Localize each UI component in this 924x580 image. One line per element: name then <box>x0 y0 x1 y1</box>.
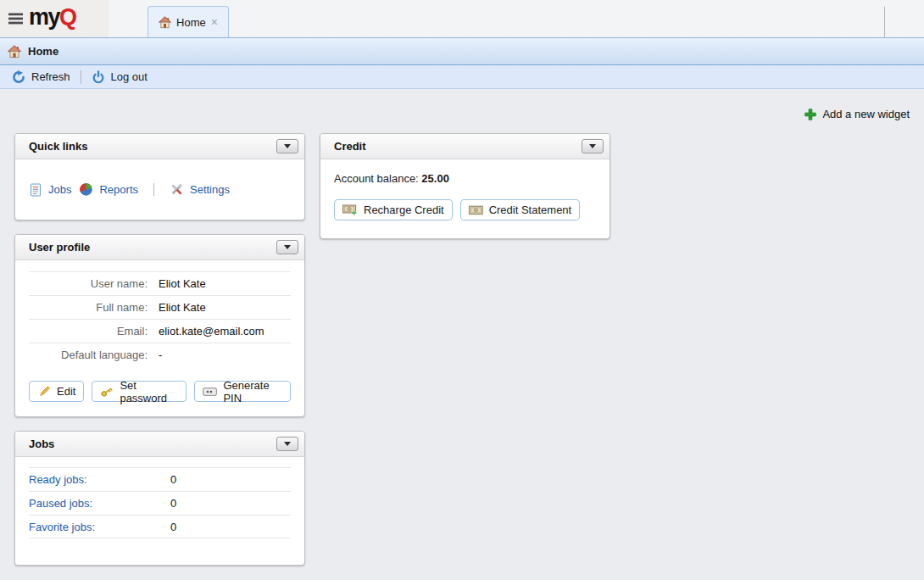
pin-pad-icon <box>203 387 217 397</box>
page-header-bar: Home <box>0 37 924 65</box>
row-value: eliot.kate@email.com <box>159 325 264 337</box>
set-password-button[interactable]: Set password <box>92 381 186 402</box>
jobs-row-paused: Paused jobs: 0 <box>29 491 291 515</box>
home-icon <box>8 45 21 59</box>
myq-logo: myQ <box>29 6 76 31</box>
edit-button-label: Edit <box>57 385 75 398</box>
widget-title: Quick links <box>29 140 87 153</box>
edit-button[interactable]: Edit <box>29 381 84 402</box>
banknote-icon <box>469 205 483 215</box>
add-widget-button[interactable]: Add a new widget <box>804 108 910 120</box>
quick-link-label: Settings <box>190 183 230 196</box>
collapse-button[interactable] <box>276 240 298 254</box>
page-title: Home <box>28 45 58 58</box>
quick-link-jobs[interactable]: Jobs <box>29 183 71 197</box>
widget-title: Credit <box>334 140 366 153</box>
widget-user-profile-header: User profile <box>15 235 304 260</box>
chevron-down-icon <box>284 245 291 249</box>
pencil-icon <box>37 385 51 399</box>
toolbar-separator <box>81 70 81 84</box>
quick-link-label: Jobs <box>48 183 71 196</box>
account-balance-value: 25.00 <box>421 172 449 185</box>
ready-jobs-count: 0 <box>170 473 176 486</box>
power-icon <box>92 70 105 84</box>
profile-row-default-language: Default language: - <box>29 343 291 366</box>
hamburger-menu-icon[interactable] <box>8 13 23 25</box>
collapse-button[interactable] <box>276 139 298 153</box>
top-bar: myQ Home × <box>0 0 924 37</box>
row-label: User name: <box>29 277 159 290</box>
quick-links-separator <box>153 183 154 196</box>
widget-credit-header: Credit <box>320 134 610 159</box>
widget-jobs: Jobs Ready jobs: 0 Paused jobs: 0 <box>14 431 305 566</box>
row-value: Eliot Kate <box>159 301 206 314</box>
generate-pin-button[interactable]: Generate PIN <box>194 381 291 402</box>
row-label: Email: <box>29 325 159 337</box>
row-value: - <box>159 349 162 361</box>
jobs-row-ready: Ready jobs: 0 <box>29 467 291 491</box>
collapse-button[interactable] <box>276 437 298 451</box>
row-label: Default language: <box>29 349 159 361</box>
profile-row-email: Email: eliot.kate@email.com <box>29 319 291 343</box>
key-icon <box>100 385 114 399</box>
toolbar: Refresh Log out <box>0 65 924 89</box>
widget-quick-links-header: Quick links <box>15 134 304 159</box>
profile-row-user-name: User name: Eliot Kate <box>29 271 291 295</box>
favorite-jobs-count: 0 <box>170 521 176 533</box>
plus-icon <box>804 109 816 120</box>
quick-link-reports[interactable]: Reports <box>79 182 138 197</box>
row-label: Full name: <box>29 301 159 314</box>
recharge-credit-label: Recharge Credit <box>364 204 444 216</box>
right-column: Credit Account balance: 25.00 <box>320 133 610 579</box>
profile-row-full-name: Full name: Eliot Kate <box>29 295 291 319</box>
widget-user-profile: User profile User name: Eliot Kate Full … <box>14 234 305 417</box>
credit-statement-label: Credit Statement <box>489 204 572 216</box>
tab-home-label: Home <box>176 16 206 29</box>
account-balance-label: Account balance: <box>334 172 419 185</box>
tab-home[interactable]: Home × <box>148 6 229 37</box>
ready-jobs-link[interactable]: Ready jobs: <box>29 473 170 486</box>
widget-quick-links: Quick links <box>14 133 305 220</box>
widget-jobs-header: Jobs <box>15 432 304 457</box>
reports-pie-chart-icon <box>79 182 93 197</box>
collapse-button[interactable] <box>582 139 604 153</box>
dashboard-content: Add a new widget Quick links <box>0 89 924 580</box>
jobs-row-favorite: Favorite jobs: 0 <box>29 515 291 538</box>
favorite-jobs-link[interactable]: Favorite jobs: <box>29 521 170 533</box>
jobs-document-icon <box>29 183 42 197</box>
add-widget-label: Add a new widget <box>822 108 910 120</box>
home-icon <box>159 16 171 29</box>
chevron-down-icon <box>284 144 291 148</box>
myq-web-page: myQ Home × Home <box>0 0 924 580</box>
widget-title: Jobs <box>29 438 54 450</box>
quick-link-label: Reports <box>99 183 138 196</box>
tab-close-icon[interactable]: × <box>211 16 218 28</box>
account-balance: Account balance: 25.00 <box>334 172 596 185</box>
left-column: Quick links <box>14 133 305 579</box>
logout-label: Log out <box>111 70 148 83</box>
refresh-label: Refresh <box>31 70 70 83</box>
settings-tools-icon <box>170 182 184 197</box>
generate-pin-button-label: Generate PIN <box>223 379 282 404</box>
logout-button[interactable]: Log out <box>88 70 151 84</box>
paused-jobs-link[interactable]: Paused jobs: <box>29 497 170 510</box>
recharge-credit-button[interactable]: Recharge Credit <box>334 199 453 220</box>
logo-block[interactable]: myQ <box>0 0 109 37</box>
refresh-icon <box>12 70 25 84</box>
chevron-down-icon <box>589 144 596 148</box>
refresh-button[interactable]: Refresh <box>8 70 74 84</box>
credit-statement-button[interactable]: Credit Statement <box>460 199 581 220</box>
quick-link-settings[interactable]: Settings <box>170 182 230 197</box>
widget-credit: Credit Account balance: 25.00 <box>320 133 610 239</box>
banknote-plus-icon <box>342 204 358 215</box>
paused-jobs-count: 0 <box>170 497 176 510</box>
logo-text-my: my <box>29 4 59 30</box>
row-value: Eliot Kate <box>159 277 206 290</box>
set-password-button-label: Set password <box>120 379 178 404</box>
widget-title: User profile <box>29 241 90 254</box>
logo-text-q: Q <box>59 4 76 30</box>
chevron-down-icon <box>284 442 291 446</box>
tabbar-divider <box>884 7 885 37</box>
